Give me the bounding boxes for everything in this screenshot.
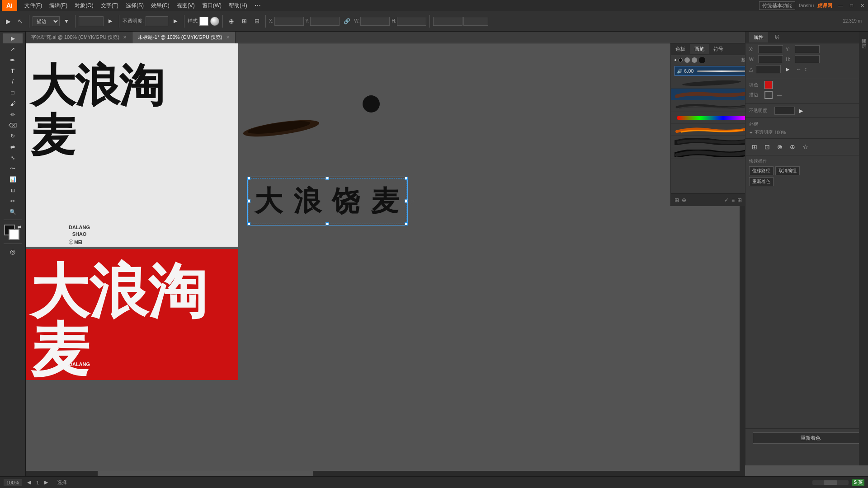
opacity-more-btn[interactable]: ▶ [797,107,805,114]
brush-footer-icon2[interactable]: ⊕ [682,197,686,203]
tool-graph[interactable]: 📊 [3,174,23,184]
stroke-sample-2[interactable] [671,89,754,100]
stroke-sample-1[interactable] [671,77,754,89]
tool-artboard[interactable]: ⊡ [3,185,23,195]
workspace-label[interactable]: 传统基本功能 [759,1,795,10]
selected-text-container[interactable]: 大 浪 饶 麦 [247,177,408,225]
stroke-sample-7[interactable] [671,147,754,159]
flip-v-icon[interactable]: ↕ [804,66,807,72]
w-prop-input[interactable]: 12.832 mm [758,55,783,63]
tool-pen[interactable]: ✒ [3,55,23,65]
panel-btn2[interactable]: ⊡ [762,141,773,152]
panel-btn3[interactable]: ⊗ [774,141,785,152]
handle-ml[interactable] [247,200,250,203]
tab-1-close[interactable]: ✕ [123,35,127,40]
link-coords-btn[interactable]: 🔗 [341,16,352,27]
zoom-input[interactable]: 400% [79,16,104,26]
tool-reflect[interactable]: ⇌ [3,142,23,152]
path-offset-btn[interactable]: 位移路径 [749,166,774,175]
stroke-sample-6[interactable] [671,136,754,147]
properties-tab[interactable]: 属性 [749,32,768,42]
stroke-options[interactable]: ▼ [61,16,72,27]
y-input[interactable]: -366.965 [310,17,340,26]
x-prop-input[interactable]: 5.82 mm [758,45,783,53]
stroke-sample-5[interactable] [671,124,754,136]
swap-colors[interactable]: ⇄ [18,225,21,230]
opacity-input[interactable]: 100% [146,16,168,26]
handle-tm[interactable] [326,177,329,180]
tool-line[interactable]: / [3,77,23,87]
opacity-prop-input[interactable]: 100% [774,107,795,115]
tool-direct-select[interactable]: ↗ [3,44,23,54]
menu-effect[interactable]: 效果(C) [147,1,173,10]
tool-eraser[interactable]: ⌫ [3,120,23,130]
panel-btn5[interactable]: ☆ [800,141,811,152]
brush-footer-check[interactable]: ✓ [724,197,729,203]
tool-warp[interactable]: 〜 [3,164,23,174]
tool-rotate[interactable]: ↻ [3,131,23,141]
tool-appearance[interactable]: ◎ [3,247,23,257]
angle-input[interactable]: 0° [756,65,781,73]
stroke-color-swatch[interactable] [764,91,773,99]
window-minimize[interactable]: — [836,3,844,8]
canvas-area[interactable]: 大浪淘 麦 DALANG SHAO © MEI 大浪淘 麦 DALANG SHA… [26,43,745,476]
tool-slice[interactable]: ✂ [3,196,23,206]
w-input[interactable]: 12.832 mm [360,17,390,26]
page-nav-next[interactable]: ▶ [44,479,48,485]
grid-btn[interactable]: ⊞ [239,16,250,27]
distribute-btn[interactable]: ⊟ [251,16,262,27]
window-maximize[interactable]: □ [848,3,855,8]
tool-scale[interactable]: ⤡ [3,153,23,163]
h-scrollbar[interactable] [26,471,745,476]
handle-tr[interactable] [405,177,408,180]
recolor-btn[interactable]: 重新着色 [749,177,774,186]
menu-select[interactable]: 选择(S) [122,1,147,10]
flip-h-icon[interactable]: ↔ [796,66,802,72]
input-method-indicator[interactable]: S 英 [852,479,864,486]
ungroup-btn[interactable]: 取消编组 [775,166,800,175]
style-color-swatch[interactable] [199,17,208,26]
panel-btn4[interactable]: ⊕ [787,141,798,152]
transform-btn[interactable]: ⊕ [226,16,237,27]
handle-tl[interactable] [247,177,250,180]
stroke-swatch[interactable] [9,229,19,240]
menu-text[interactable]: 文字(T) [97,1,122,10]
brush-footer-grid[interactable]: ⊞ [737,197,742,203]
stroke-type-select[interactable]: 描边 [33,16,60,26]
dot-element[interactable] [363,95,380,113]
brush-tab-swatch[interactable]: 色板 [671,44,690,54]
menu-help[interactable]: 帮助(H) [225,1,251,10]
direct-select-tool[interactable]: ↖ [15,16,26,27]
zoom-arrow[interactable]: ▶ [105,16,116,27]
brush-footer-icon1[interactable]: ⊞ [675,197,679,203]
y-prop-input[interactable]: -366.965 [795,45,820,53]
tab-1[interactable]: 字体研究.ai @ 100% (CMYK/GPU 预览) ✕ [26,32,132,43]
opacity-arrow[interactable]: ▶ [170,16,181,27]
tool-rect[interactable]: □ [3,88,23,98]
tab-2-close[interactable]: ✕ [226,35,230,40]
tab-2[interactable]: 未标题-1* @ 100% (CMYK/GPU 预览) ✕ [132,32,236,43]
stroke-sample-4[interactable] [671,112,754,124]
coord2-input1[interactable]: -366.965 [433,17,462,26]
menu-extra[interactable]: ⋯ [251,1,264,10]
tool-text[interactable]: T [3,66,23,76]
handle-br[interactable] [405,222,408,225]
select-tool[interactable]: ▶ [3,16,14,27]
menu-window[interactable]: 窗口(W) [198,1,225,10]
stroke-sample-3[interactable] [671,100,754,112]
x-input[interactable]: 5.82 mm [274,17,304,26]
coord2-input2[interactable]: 12.832 m [463,17,488,26]
brush-tab-symbol[interactable]: 符号 [709,44,728,54]
fill-color-swatch[interactable] [764,81,773,89]
handle-mr[interactable] [405,200,408,203]
menu-view[interactable]: 视图(V) [173,1,198,10]
tool-select[interactable]: ▶ [3,33,23,43]
page-nav-prev[interactable]: ◀ [27,479,31,485]
brush-stroke[interactable] [236,116,326,140]
menu-file[interactable]: 文件(F) [21,1,46,10]
h-prop-input[interactable]: 12.319 mm [795,55,820,63]
angle-arrow[interactable]: ▶ [783,65,792,73]
menu-edit[interactable]: 编辑(E) [46,1,71,10]
h-scrollbar-thumb[interactable] [98,471,313,476]
brush-tab-brush[interactable]: 画笔 [690,44,709,54]
